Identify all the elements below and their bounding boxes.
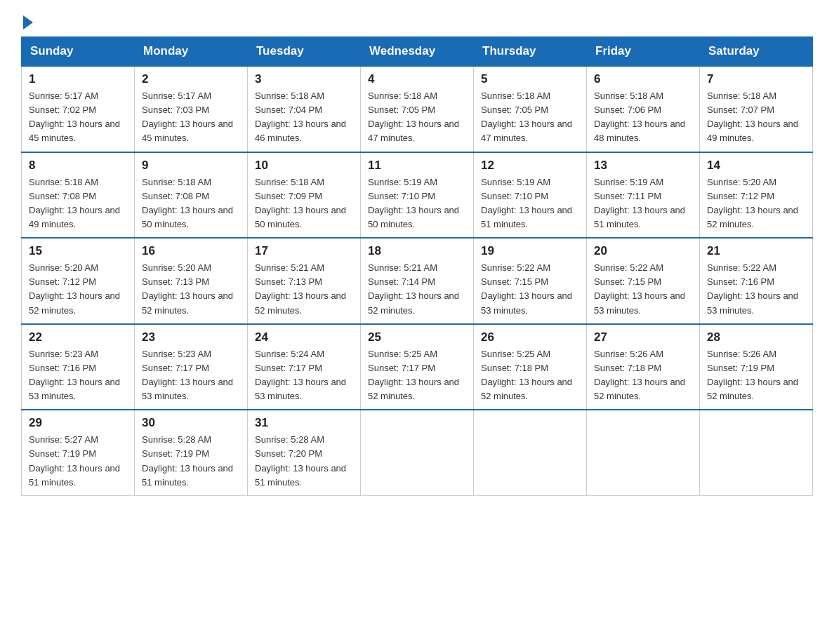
calendar-day-6: 6 Sunrise: 5:18 AMSunset: 7:06 PMDayligh… — [587, 66, 700, 152]
calendar-day-17: 17 Sunrise: 5:21 AMSunset: 7:13 PMDaylig… — [248, 238, 361, 324]
calendar-day-12: 12 Sunrise: 5:19 AMSunset: 7:10 PMDaylig… — [474, 152, 587, 239]
calendar-day-9: 9 Sunrise: 5:18 AMSunset: 7:08 PMDayligh… — [135, 152, 248, 239]
day-number: 5 — [481, 72, 579, 86]
calendar-day-11: 11 Sunrise: 5:19 AMSunset: 7:10 PMDaylig… — [361, 152, 474, 239]
calendar-day-19: 19 Sunrise: 5:22 AMSunset: 7:15 PMDaylig… — [474, 238, 587, 324]
day-number: 21 — [707, 244, 805, 258]
page-header — [21, 14, 813, 29]
day-info: Sunrise: 5:27 AMSunset: 7:19 PMDaylight:… — [29, 434, 120, 487]
day-info: Sunrise: 5:21 AMSunset: 7:14 PMDaylight:… — [368, 262, 459, 315]
day-number: 7 — [707, 72, 805, 86]
calendar-day-26: 26 Sunrise: 5:25 AMSunset: 7:18 PMDaylig… — [474, 324, 587, 410]
calendar-day-5: 5 Sunrise: 5:18 AMSunset: 7:05 PMDayligh… — [474, 66, 587, 152]
day-number: 22 — [29, 330, 127, 344]
calendar-day-21: 21 Sunrise: 5:22 AMSunset: 7:16 PMDaylig… — [700, 238, 813, 324]
calendar-day-31: 31 Sunrise: 5:28 AMSunset: 7:20 PMDaylig… — [248, 410, 361, 495]
day-number: 30 — [142, 416, 240, 430]
day-info: Sunrise: 5:18 AMSunset: 7:08 PMDaylight:… — [29, 177, 120, 229]
day-number: 11 — [368, 159, 466, 173]
day-info: Sunrise: 5:21 AMSunset: 7:13 PMDaylight:… — [255, 262, 346, 315]
day-info: Sunrise: 5:17 AMSunset: 7:02 PMDaylight:… — [29, 90, 120, 143]
day-info: Sunrise: 5:26 AMSunset: 7:18 PMDaylight:… — [594, 349, 685, 401]
day-number: 20 — [594, 244, 692, 258]
calendar-day-20: 20 Sunrise: 5:22 AMSunset: 7:15 PMDaylig… — [587, 238, 700, 324]
day-info: Sunrise: 5:18 AMSunset: 7:06 PMDaylight:… — [594, 90, 685, 143]
day-number: 19 — [481, 244, 579, 258]
calendar-week-5: 29 Sunrise: 5:27 AMSunset: 7:19 PMDaylig… — [22, 410, 813, 495]
calendar-day-23: 23 Sunrise: 5:23 AMSunset: 7:17 PMDaylig… — [135, 324, 248, 410]
calendar-day-8: 8 Sunrise: 5:18 AMSunset: 7:08 PMDayligh… — [22, 152, 135, 239]
day-info: Sunrise: 5:22 AMSunset: 7:15 PMDaylight:… — [594, 262, 685, 315]
day-number: 24 — [255, 330, 353, 344]
day-number: 28 — [707, 330, 805, 344]
calendar-day-27: 27 Sunrise: 5:26 AMSunset: 7:18 PMDaylig… — [587, 324, 700, 410]
weekday-header-wednesday: Wednesday — [361, 37, 474, 67]
calendar-day-29: 29 Sunrise: 5:27 AMSunset: 7:19 PMDaylig… — [22, 410, 135, 495]
day-info: Sunrise: 5:26 AMSunset: 7:19 PMDaylight:… — [707, 349, 798, 401]
day-info: Sunrise: 5:22 AMSunset: 7:15 PMDaylight:… — [481, 262, 572, 315]
day-info: Sunrise: 5:18 AMSunset: 7:07 PMDaylight:… — [707, 90, 798, 143]
calendar-day-7: 7 Sunrise: 5:18 AMSunset: 7:07 PMDayligh… — [700, 66, 813, 152]
day-number: 12 — [481, 159, 579, 173]
calendar-day-25: 25 Sunrise: 5:25 AMSunset: 7:17 PMDaylig… — [361, 324, 474, 410]
calendar-week-2: 8 Sunrise: 5:18 AMSunset: 7:08 PMDayligh… — [22, 152, 813, 239]
calendar-week-4: 22 Sunrise: 5:23 AMSunset: 7:16 PMDaylig… — [22, 324, 813, 410]
day-info: Sunrise: 5:20 AMSunset: 7:12 PMDaylight:… — [707, 177, 798, 229]
calendar-table: SundayMondayTuesdayWednesdayThursdayFrid… — [21, 36, 813, 496]
day-info: Sunrise: 5:28 AMSunset: 7:20 PMDaylight:… — [255, 434, 346, 487]
day-info: Sunrise: 5:19 AMSunset: 7:10 PMDaylight:… — [368, 177, 459, 229]
calendar-day-15: 15 Sunrise: 5:20 AMSunset: 7:12 PMDaylig… — [22, 238, 135, 324]
weekday-header-thursday: Thursday — [474, 37, 587, 67]
calendar-day-1: 1 Sunrise: 5:17 AMSunset: 7:02 PMDayligh… — [22, 66, 135, 152]
calendar-day-30: 30 Sunrise: 5:28 AMSunset: 7:19 PMDaylig… — [135, 410, 248, 495]
day-info: Sunrise: 5:18 AMSunset: 7:05 PMDaylight:… — [368, 90, 459, 143]
calendar-day-18: 18 Sunrise: 5:21 AMSunset: 7:14 PMDaylig… — [361, 238, 474, 324]
day-number: 16 — [142, 244, 240, 258]
day-number: 3 — [255, 72, 353, 86]
calendar-day-28: 28 Sunrise: 5:26 AMSunset: 7:19 PMDaylig… — [700, 324, 813, 410]
day-number: 6 — [594, 72, 692, 86]
day-info: Sunrise: 5:20 AMSunset: 7:12 PMDaylight:… — [29, 262, 120, 315]
day-number: 9 — [142, 159, 240, 173]
calendar-day-4: 4 Sunrise: 5:18 AMSunset: 7:05 PMDayligh… — [361, 66, 474, 152]
day-info: Sunrise: 5:18 AMSunset: 7:08 PMDaylight:… — [142, 177, 233, 229]
day-number: 25 — [368, 330, 466, 344]
day-info: Sunrise: 5:18 AMSunset: 7:09 PMDaylight:… — [255, 177, 346, 229]
weekday-header-row: SundayMondayTuesdayWednesdayThursdayFrid… — [22, 37, 813, 67]
day-info: Sunrise: 5:19 AMSunset: 7:10 PMDaylight:… — [481, 177, 572, 229]
empty-cell — [700, 410, 813, 495]
day-info: Sunrise: 5:20 AMSunset: 7:13 PMDaylight:… — [142, 262, 233, 315]
day-info: Sunrise: 5:17 AMSunset: 7:03 PMDaylight:… — [142, 90, 233, 143]
calendar-day-16: 16 Sunrise: 5:20 AMSunset: 7:13 PMDaylig… — [135, 238, 248, 324]
day-number: 14 — [707, 159, 805, 173]
empty-cell — [587, 410, 700, 495]
weekday-header-tuesday: Tuesday — [248, 37, 361, 67]
day-number: 2 — [142, 72, 240, 86]
day-number: 10 — [255, 159, 353, 173]
day-number: 18 — [368, 244, 466, 258]
day-number: 27 — [594, 330, 692, 344]
calendar-week-1: 1 Sunrise: 5:17 AMSunset: 7:02 PMDayligh… — [22, 66, 813, 152]
weekday-header-monday: Monday — [135, 37, 248, 67]
day-info: Sunrise: 5:28 AMSunset: 7:19 PMDaylight:… — [142, 434, 233, 487]
day-info: Sunrise: 5:18 AMSunset: 7:05 PMDaylight:… — [481, 90, 572, 143]
day-number: 8 — [29, 159, 127, 173]
day-number: 4 — [368, 72, 466, 86]
day-number: 15 — [29, 244, 127, 258]
day-number: 26 — [481, 330, 579, 344]
day-number: 31 — [255, 416, 353, 430]
empty-cell — [361, 410, 474, 495]
day-info: Sunrise: 5:22 AMSunset: 7:16 PMDaylight:… — [707, 262, 798, 315]
day-number: 1 — [29, 72, 127, 86]
calendar-day-14: 14 Sunrise: 5:20 AMSunset: 7:12 PMDaylig… — [700, 152, 813, 239]
day-info: Sunrise: 5:18 AMSunset: 7:04 PMDaylight:… — [255, 90, 346, 143]
weekday-header-saturday: Saturday — [700, 37, 813, 67]
day-info: Sunrise: 5:25 AMSunset: 7:18 PMDaylight:… — [481, 349, 572, 401]
day-number: 13 — [594, 159, 692, 173]
calendar-day-13: 13 Sunrise: 5:19 AMSunset: 7:11 PMDaylig… — [587, 152, 700, 239]
day-number: 17 — [255, 244, 353, 258]
calendar-day-24: 24 Sunrise: 5:24 AMSunset: 7:17 PMDaylig… — [248, 324, 361, 410]
logo — [21, 14, 33, 29]
day-number: 23 — [142, 330, 240, 344]
empty-cell — [474, 410, 587, 495]
